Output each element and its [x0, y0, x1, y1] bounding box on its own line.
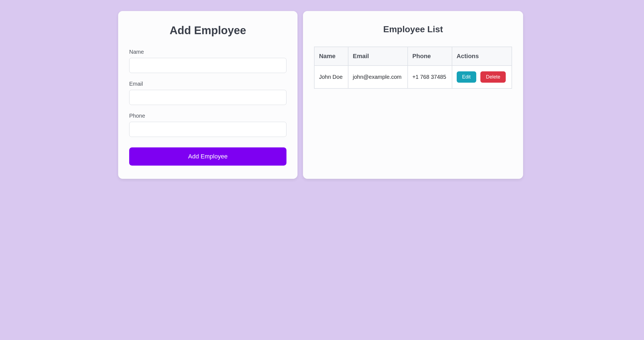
cell-email: john@example.com	[348, 66, 408, 88]
add-employee-form: Name Email Phone Add Employee	[129, 49, 286, 166]
column-header-actions: Actions	[452, 47, 512, 66]
email-input[interactable]	[129, 90, 286, 105]
name-input[interactable]	[129, 58, 286, 73]
add-employee-button[interactable]: Add Employee	[129, 147, 286, 166]
table-row: John Doe john@example.com +1 768 37485 E…	[314, 66, 512, 88]
list-title: Employee List	[314, 24, 512, 34]
cell-name: John Doe	[314, 66, 348, 88]
name-label: Name	[129, 49, 286, 55]
name-field-group: Name	[129, 49, 286, 73]
column-header-phone: Phone	[408, 47, 452, 66]
edit-button[interactable]: Edit	[457, 71, 476, 83]
column-header-name: Name	[314, 47, 348, 66]
employee-table: Name Email Phone Actions John Doe john@e…	[314, 47, 512, 89]
table-header-row: Name Email Phone Actions	[314, 47, 512, 66]
phone-input[interactable]	[129, 122, 286, 137]
delete-button[interactable]: Delete	[480, 71, 506, 83]
cell-actions: Edit Delete	[452, 66, 512, 88]
column-header-email: Email	[348, 47, 408, 66]
phone-label: Phone	[129, 113, 286, 119]
add-employee-card: Add Employee Name Email Phone Add Employ…	[118, 11, 297, 179]
phone-field-group: Phone	[129, 113, 286, 137]
email-field-group: Email	[129, 81, 286, 105]
email-label: Email	[129, 81, 286, 87]
form-title: Add Employee	[129, 24, 286, 37]
employee-list-card: Employee List Name Email Phone Actions J…	[303, 11, 523, 179]
cell-phone: +1 768 37485	[408, 66, 452, 88]
